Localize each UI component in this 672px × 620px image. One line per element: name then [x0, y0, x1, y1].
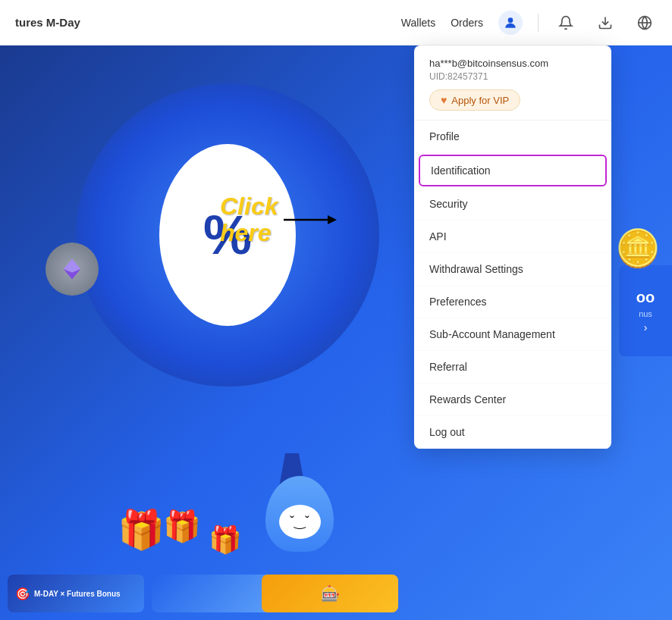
menu-item-preferences[interactable]: Preferences — [414, 286, 611, 318]
svg-marker-7 — [328, 215, 337, 224]
arrow-icon — [284, 211, 337, 229]
vip-label: Apply for VIP — [451, 95, 509, 106]
mday-banner[interactable]: 🎯 M-DAY × Futures Bonus — [8, 575, 144, 612]
user-uid: UID:82457371 — [429, 71, 596, 82]
gift-box-1: 🎁 — [118, 508, 165, 552]
menu-item-withdrawal[interactable]: Withdrawal Settings — [414, 253, 611, 286]
header: tures M-Day Wallets Orders — [0, 0, 672, 45]
bottom-banners: 🎯 M-DAY × Futures Bonus 🎰 — [0, 567, 672, 620]
bonus-sub-text: nus — [639, 309, 652, 318]
wallets-link[interactable]: Wallets — [401, 17, 435, 29]
mascot-face: ˇ‿ˇ — [279, 505, 321, 539]
menu-item-rewards[interactable]: Rewards Center — [414, 384, 611, 416]
menu-item-identification[interactable]: Identification — [419, 155, 607, 186]
mascot-eyes: ˇ‿ˇ — [290, 513, 309, 530]
logo: tures M-Day — [15, 16, 80, 29]
svg-point-0 — [508, 17, 513, 23]
menu-item-referral[interactable]: Referral — [414, 351, 611, 384]
download-icon-btn[interactable] — [593, 11, 617, 35]
bonus-arrow: › — [644, 321, 648, 333]
language-icon-btn[interactable] — [633, 11, 657, 35]
orders-link[interactable]: Orders — [451, 17, 483, 29]
gift-box-3: 🎁 — [209, 524, 242, 556]
mascot: ˇ‿ˇ — [258, 453, 341, 559]
bonus-number: oo — [636, 289, 655, 306]
user-icon-btn[interactable] — [498, 11, 523, 35]
mday-banner-text: M-DAY × Futures Bonus — [34, 590, 121, 598]
apply-vip-button[interactable]: ♥ Apply for VIP — [429, 89, 520, 111]
gold-coin: 🪙 — [615, 227, 661, 270]
menu-item-subaccount[interactable]: Sub-Account Management — [414, 318, 611, 351]
heart-icon: ♥ — [441, 94, 447, 106]
mascot-body: ˇ‿ˇ — [265, 476, 334, 552]
click-text: Click — [220, 193, 278, 220]
click-annotation: Click here — [220, 193, 337, 246]
yellow-banner[interactable]: 🎰 — [262, 575, 398, 612]
eth-coin — [46, 243, 99, 296]
dropdown-header: ha***b@bitcoinsensus.com UID:82457371 ♥ … — [414, 45, 611, 121]
menu-item-logout[interactable]: Log out — [414, 416, 611, 449]
menu-item-api[interactable]: API — [414, 221, 611, 253]
menu-item-security[interactable]: Security — [414, 188, 611, 221]
here-text: here — [220, 220, 272, 246]
gift-box-2: 🎁 — [163, 509, 201, 544]
bonus-box: oo nus › — [619, 265, 672, 356]
header-nav: Wallets Orders — [401, 11, 657, 35]
dropdown-menu: ha***b@bitcoinsensus.com UID:82457371 ♥ … — [414, 45, 611, 449]
notification-icon-btn[interactable] — [554, 11, 578, 35]
header-divider — [538, 14, 539, 32]
menu-item-profile[interactable]: Profile — [414, 121, 611, 153]
user-email: ha***b@bitcoinsensus.com — [429, 58, 596, 69]
